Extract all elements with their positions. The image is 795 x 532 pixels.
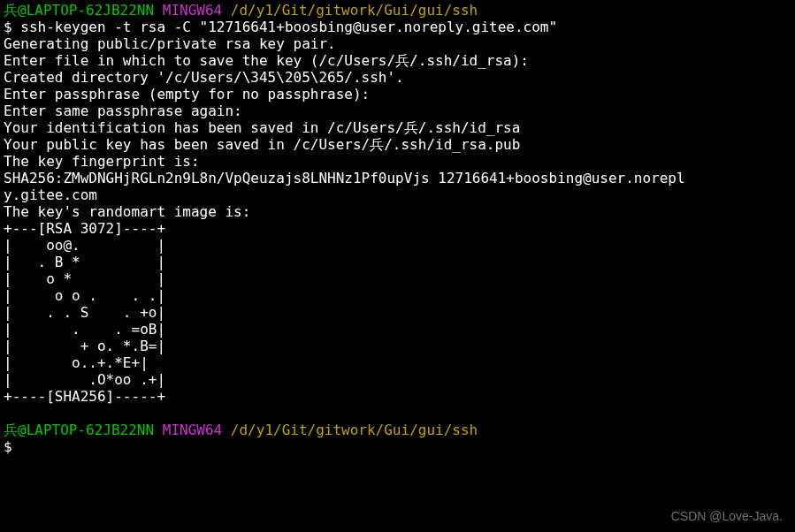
ps1-sigil: $ [4, 19, 20, 35]
output-line: The key fingerprint is: [4, 153, 200, 170]
output-line: y.gitee.com [4, 186, 97, 203]
ps1-cwd: /d/y1/Git/gitwork/Gui/gui/ssh [231, 2, 478, 19]
output-line: Enter file in which to save the key (/c/… [4, 52, 529, 69]
output-line: Enter passphrase (empty for no passphras… [4, 86, 370, 103]
randomart-line: | + o. *.B=| [4, 338, 165, 354]
ps1-env: MINGW64 [163, 2, 222, 19]
ps2-sigil: $ [4, 438, 12, 455]
output-line: Generating public/private rsa key pair. [4, 35, 336, 52]
output-line: SHA256:ZMwDNGHjRGLn2n9L8n/VpQeuzajs8LNHN… [4, 170, 685, 186]
randomart-line: | . . =oB| [4, 321, 165, 338]
output-line: Created directory '/c/Users/\345\205\265… [4, 69, 404, 86]
output-line: Your public key has been saved in /c/Use… [4, 136, 520, 153]
randomart-line: | . . S . +o| [4, 304, 165, 321]
ps1-user-host: 兵@LAPTOP-62JB22NN [4, 2, 154, 19]
command-line[interactable]: ssh-keygen -t rsa -C "12716641+boosbing@… [20, 19, 557, 35]
randomart-line: +---[RSA 3072]----+ [4, 220, 165, 237]
output-line: The key's randomart image is: [4, 203, 250, 220]
watermark-text: CSDN @Love-Java. [671, 508, 783, 525]
randomart-line: +----[SHA256]-----+ [4, 388, 165, 405]
randomart-line: | . B * | [4, 254, 165, 270]
output-line: Your identification has been saved in /c… [4, 119, 520, 136]
randomart-line: | o * | [4, 270, 165, 287]
randomart-line: | o o . . .| [4, 287, 165, 304]
terminal-output[interactable]: 兵@LAPTOP-62JB22NN MINGW64 /d/y1/Git/gitw… [0, 0, 795, 455]
ps2-env: MINGW64 [163, 422, 222, 438]
randomart-line: | oo@. | [4, 237, 165, 254]
randomart-line: | o..+.*E+| [4, 354, 149, 371]
output-line: Enter same passphrase again: [4, 103, 242, 119]
ps2-user-host: 兵@LAPTOP-62JB22NN [4, 422, 154, 438]
randomart-line: | .O*oo .+| [4, 371, 165, 388]
ps2-cwd: /d/y1/Git/gitwork/Gui/gui/ssh [231, 422, 478, 438]
